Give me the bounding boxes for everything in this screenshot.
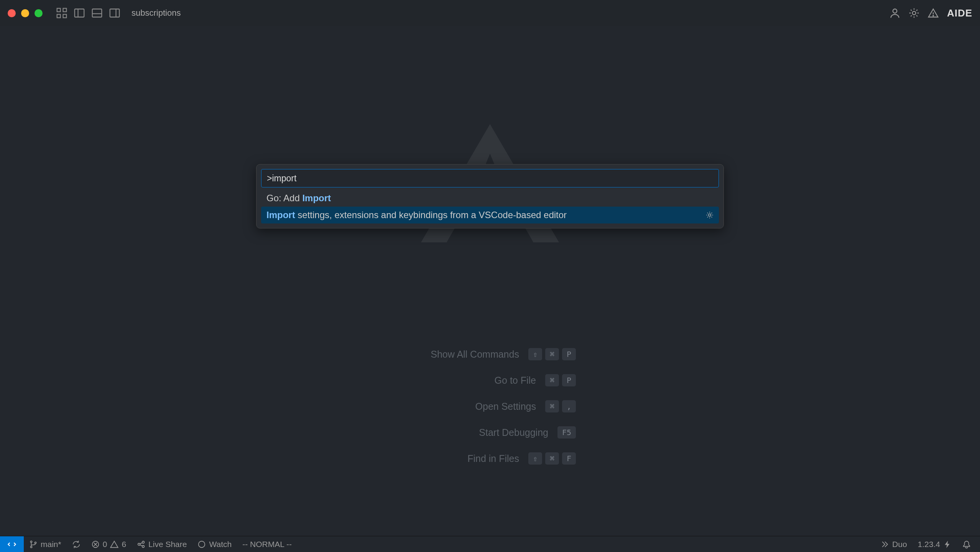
live-share-button[interactable]: Live Share xyxy=(132,536,192,552)
gear-icon[interactable] xyxy=(909,8,919,18)
shortcut-label: Open Settings xyxy=(421,401,536,412)
svg-point-10 xyxy=(893,9,897,13)
svg-point-18 xyxy=(35,542,36,543)
palette-item-1[interactable]: Import settings, extensions and keybindi… xyxy=(261,207,719,223)
warning-triangle-icon[interactable] xyxy=(928,8,939,18)
command-palette: Go: Add ImportImport settings, extension… xyxy=(256,164,724,228)
branch-name: main* xyxy=(41,540,61,549)
svg-rect-3 xyxy=(63,15,67,18)
palette-item-label: Import settings, extensions and keybindi… xyxy=(266,210,567,220)
svg-line-25 xyxy=(140,542,142,544)
window-title: subscriptions xyxy=(132,8,181,18)
git-branch-button[interactable]: main* xyxy=(24,536,67,552)
notifications-button[interactable] xyxy=(957,540,976,549)
watch-button[interactable]: Watch xyxy=(192,536,237,552)
svg-rect-8 xyxy=(110,9,120,17)
keycap: ⌘ xyxy=(545,348,559,360)
keycap: P xyxy=(562,348,576,360)
statusbar: main* 0 6 Live Share Watch -- NORMAL -- … xyxy=(0,536,980,552)
shortcut-row-3: Start DebuggingF5 xyxy=(404,426,576,439)
svg-rect-1 xyxy=(63,8,67,12)
command-palette-input[interactable] xyxy=(261,169,719,187)
shortcut-label: Start Debugging xyxy=(433,427,548,438)
svg-point-15 xyxy=(709,214,711,216)
problems-button[interactable]: 0 6 xyxy=(86,536,132,552)
brand-logo: AIDE xyxy=(947,7,972,19)
svg-rect-4 xyxy=(75,9,84,17)
maximize-window-button[interactable] xyxy=(35,9,43,17)
shortcut-label: Find in Files xyxy=(404,453,519,464)
live-share-label: Live Share xyxy=(148,540,187,549)
svg-point-13 xyxy=(933,15,934,16)
svg-rect-0 xyxy=(57,8,61,12)
shortcut-row-0: Show All Commands⇧⌘P xyxy=(404,348,576,360)
editor-area: Show All Commands⇧⌘PGo to File⌘POpen Set… xyxy=(0,26,980,536)
palette-item-label: Go: Add Import xyxy=(266,193,331,204)
panel-left-icon[interactable] xyxy=(74,8,85,18)
errors-count: 0 xyxy=(103,540,107,549)
account-icon[interactable] xyxy=(890,8,900,18)
svg-line-26 xyxy=(140,545,142,546)
keycap: F5 xyxy=(557,426,576,439)
command-palette-list: Go: Add ImportImport settings, extension… xyxy=(261,190,719,223)
vim-mode-indicator: -- NORMAL -- xyxy=(237,536,297,552)
grid-icon[interactable] xyxy=(56,8,67,18)
keycap: ⌘ xyxy=(545,374,559,386)
panel-right-icon[interactable] xyxy=(109,8,120,18)
shortcut-keys: F5 xyxy=(557,426,576,439)
svg-point-23 xyxy=(142,541,145,543)
keycap: ⌘ xyxy=(545,400,559,412)
warnings-count: 6 xyxy=(122,540,126,549)
duo-button[interactable]: Duo xyxy=(875,540,913,549)
keycap: ⌘ xyxy=(545,452,559,465)
keycap: , xyxy=(562,400,576,412)
titlebar: subscriptions AIDE xyxy=(0,0,980,26)
version-number: 1.23.4 xyxy=(918,540,940,549)
keycap: ⇧ xyxy=(528,348,542,360)
welcome-shortcuts: Show All Commands⇧⌘PGo to File⌘POpen Set… xyxy=(404,348,576,465)
shortcut-keys: ⌘P xyxy=(545,374,576,386)
watch-label: Watch xyxy=(209,540,232,549)
svg-point-22 xyxy=(138,543,140,545)
shortcut-row-1: Go to File⌘P xyxy=(404,374,576,386)
shortcut-row-2: Open Settings⌘, xyxy=(404,400,576,412)
shortcut-keys: ⇧⌘P xyxy=(528,348,576,360)
keycap: P xyxy=(562,374,576,386)
svg-point-27 xyxy=(199,541,205,547)
shortcut-label: Go to File xyxy=(421,375,536,386)
gear-icon[interactable] xyxy=(706,211,714,219)
shortcut-keys: ⌘, xyxy=(545,400,576,412)
svg-point-16 xyxy=(30,541,32,542)
panel-bottom-icon[interactable] xyxy=(92,8,102,18)
palette-item-0[interactable]: Go: Add Import xyxy=(261,190,719,207)
shortcut-row-4: Find in Files⇧⌘F xyxy=(404,452,576,465)
svg-point-11 xyxy=(913,12,916,15)
svg-rect-2 xyxy=(57,15,61,18)
shortcut-label: Show All Commands xyxy=(404,349,519,360)
keycap: F xyxy=(562,452,576,465)
shortcut-keys: ⇧⌘F xyxy=(528,452,576,465)
close-window-button[interactable] xyxy=(8,9,16,17)
svg-point-24 xyxy=(142,545,145,547)
sync-button[interactable] xyxy=(67,536,86,552)
svg-point-17 xyxy=(30,546,32,547)
remote-button[interactable] xyxy=(0,536,24,552)
window-controls xyxy=(8,9,43,17)
duo-label: Duo xyxy=(892,540,907,549)
version-button[interactable]: 1.23.4 xyxy=(913,540,957,549)
minimize-window-button[interactable] xyxy=(21,9,29,17)
keycap: ⇧ xyxy=(528,452,542,465)
svg-rect-6 xyxy=(92,9,102,17)
